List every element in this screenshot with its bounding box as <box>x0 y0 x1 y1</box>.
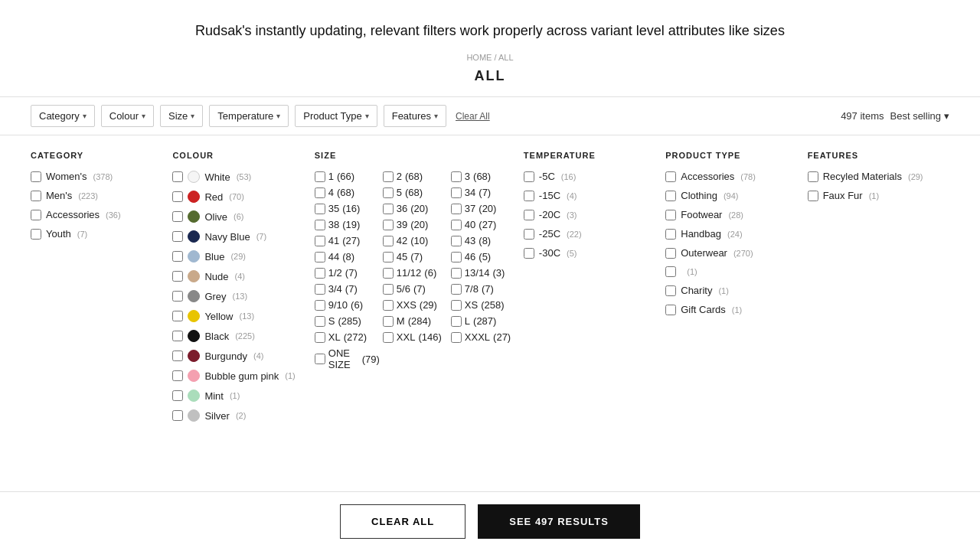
clear-all-link[interactable]: Clear All <box>456 111 490 122</box>
list-item[interactable]: S (285) <box>315 315 380 327</box>
colour-checkbox[interactable] <box>172 370 183 381</box>
colour-checkbox[interactable] <box>172 311 183 321</box>
product-type-checkbox[interactable] <box>665 210 676 220</box>
size-checkbox[interactable] <box>451 171 462 182</box>
category-checkbox[interactable] <box>31 229 41 240</box>
list-item[interactable]: Yellow (13) <box>172 310 306 322</box>
temperature-checkbox[interactable] <box>524 229 534 240</box>
list-item[interactable]: Outerwear (270) <box>665 247 799 259</box>
list-item[interactable]: 11/12 (6) <box>383 267 448 279</box>
category-checkbox[interactable] <box>31 210 41 220</box>
size-checkbox[interactable] <box>315 354 325 364</box>
product-type-checkbox[interactable] <box>665 266 676 277</box>
list-item[interactable]: XL (272) <box>315 331 380 343</box>
size-checkbox[interactable] <box>383 268 394 279</box>
list-item[interactable]: -20C (3) <box>524 209 658 220</box>
list-item[interactable]: 37 (20) <box>451 203 516 214</box>
product-type-checkbox[interactable] <box>665 248 676 259</box>
colour-checkbox[interactable] <box>172 331 183 341</box>
list-item[interactable]: Clothing (94) <box>665 190 799 201</box>
list-item[interactable]: XXXL (27) <box>451 331 516 343</box>
size-checkbox[interactable] <box>383 204 394 214</box>
list-item[interactable]: Nude (4) <box>172 270 306 282</box>
size-checkbox[interactable] <box>383 220 394 230</box>
size-checkbox[interactable] <box>383 252 394 262</box>
list-item[interactable]: XXS (29) <box>383 299 448 311</box>
size-checkbox[interactable] <box>451 284 462 295</box>
colour-checkbox[interactable] <box>172 410 183 421</box>
list-item[interactable]: Black (225) <box>172 330 306 342</box>
size-checkbox[interactable] <box>451 316 462 327</box>
clear-all-button[interactable]: CLEAR ALL <box>340 504 466 506</box>
list-item[interactable]: -15C (4) <box>524 190 658 201</box>
list-item[interactable]: 9/10 (6) <box>315 299 380 311</box>
list-item[interactable]: Men's (223) <box>31 190 165 201</box>
list-item[interactable]: Burgundy (4) <box>172 350 306 362</box>
colour-checkbox[interactable] <box>172 251 183 262</box>
temperature-dropdown[interactable]: Temperature ▾ <box>209 105 289 127</box>
colour-checkbox[interactable] <box>172 191 183 202</box>
list-item[interactable]: White (53) <box>172 171 306 183</box>
size-checkbox[interactable] <box>315 220 325 230</box>
list-item[interactable]: Grey (13) <box>172 290 306 302</box>
list-item[interactable]: Red (70) <box>172 191 306 203</box>
colour-checkbox[interactable] <box>172 211 183 222</box>
list-item[interactable]: ONE SIZE (79) <box>315 347 380 370</box>
list-item[interactable]: Faux Fur (1) <box>808 190 942 201</box>
list-item[interactable]: 3 (68) <box>451 171 516 182</box>
size-dropdown[interactable]: Size ▾ <box>160 105 203 127</box>
product-type-checkbox[interactable] <box>665 191 676 201</box>
size-checkbox[interactable] <box>315 204 325 214</box>
list-item[interactable]: Bubble gum pink (1) <box>172 370 306 382</box>
list-item[interactable]: 35 (16) <box>315 203 380 214</box>
list-item[interactable]: Gift Cards (1) <box>665 304 799 315</box>
size-checkbox[interactable] <box>315 332 325 343</box>
temperature-checkbox[interactable] <box>524 171 534 182</box>
category-dropdown[interactable]: Category ▾ <box>31 105 95 127</box>
size-checkbox[interactable] <box>315 284 325 295</box>
sort-dropdown[interactable]: Best selling ▾ <box>890 110 949 122</box>
size-checkbox[interactable] <box>383 300 394 311</box>
list-item[interactable]: Handbag (24) <box>665 228 799 240</box>
list-item[interactable]: (1) <box>665 266 799 277</box>
size-checkbox[interactable] <box>383 284 394 295</box>
temperature-checkbox[interactable] <box>524 210 534 220</box>
size-checkbox[interactable] <box>315 252 325 262</box>
features-checkbox[interactable] <box>808 171 818 182</box>
list-item[interactable]: Blue (29) <box>172 250 306 262</box>
product-type-dropdown[interactable]: Product Type ▾ <box>295 105 377 127</box>
product-type-checkbox[interactable] <box>665 285 676 296</box>
size-checkbox[interactable] <box>383 236 394 246</box>
colour-checkbox[interactable] <box>172 390 183 401</box>
product-type-checkbox[interactable] <box>665 171 676 182</box>
colour-checkbox[interactable] <box>172 291 183 302</box>
size-checkbox[interactable] <box>383 316 394 327</box>
size-checkbox[interactable] <box>451 187 462 198</box>
list-item[interactable]: -25C (22) <box>524 228 658 240</box>
list-item[interactable]: L (287) <box>451 315 516 327</box>
size-checkbox[interactable] <box>315 187 325 198</box>
list-item[interactable]: Mint (1) <box>172 390 306 402</box>
list-item[interactable]: 34 (7) <box>451 187 516 198</box>
see-results-button[interactable]: SEE 497 RESULTS <box>478 504 640 506</box>
list-item[interactable]: 46 (5) <box>451 251 516 262</box>
features-dropdown[interactable]: Features ▾ <box>384 105 446 127</box>
list-item[interactable]: 3/4 (7) <box>315 283 380 295</box>
list-item[interactable]: Women's (378) <box>31 171 165 182</box>
list-item[interactable]: 4 (68) <box>315 187 380 198</box>
size-checkbox[interactable] <box>451 220 462 230</box>
list-item[interactable]: 39 (20) <box>383 219 448 230</box>
list-item[interactable]: Olive (6) <box>172 210 306 223</box>
colour-checkbox[interactable] <box>172 350 183 361</box>
size-checkbox[interactable] <box>451 236 462 246</box>
list-item[interactable]: 45 (7) <box>383 251 448 262</box>
size-checkbox[interactable] <box>315 236 325 246</box>
list-item[interactable]: 1 (66) <box>315 171 380 182</box>
list-item[interactable]: 38 (19) <box>315 219 380 230</box>
size-checkbox[interactable] <box>315 171 325 182</box>
list-item[interactable]: Charity (1) <box>665 285 799 296</box>
list-item[interactable]: 7/8 (7) <box>451 283 516 295</box>
size-checkbox[interactable] <box>383 171 394 182</box>
list-item[interactable]: Navy Blue (7) <box>172 230 306 243</box>
list-item[interactable]: 43 (8) <box>451 235 516 246</box>
